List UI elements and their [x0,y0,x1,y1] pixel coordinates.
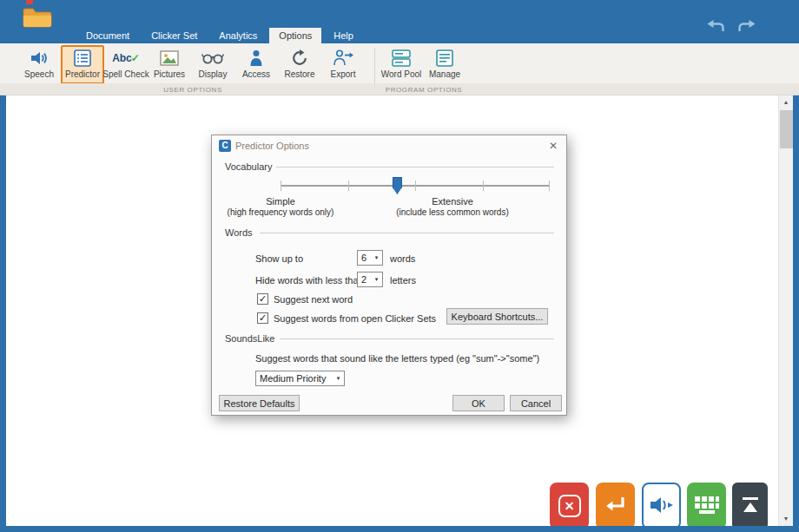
tab-help[interactable]: Help [324,28,363,43]
hide-words-select[interactable]: 2 ▾ [357,272,383,287]
dialog-title: Predictor Options [235,141,309,151]
show-up-to-suffix: words [390,253,415,264]
ribbon-button-pictures[interactable]: Pictures [148,45,191,84]
slider-tick [281,181,281,191]
slider-left-note: (high frequency words only) [215,207,346,217]
ribbon-button-label: Pictures [154,69,185,79]
show-up-to-select[interactable]: 6 ▾ [357,250,383,266]
return-button[interactable] [596,483,635,526]
scroll-up-button[interactable]: ▲ [779,95,793,109]
ribbon: Speech Predictor Abc✓ Spell Check [0,43,799,95]
vocabulary-slider[interactable] [281,176,550,197]
ribbon-button-export[interactable]: Export [321,45,365,84]
collapse-toolbar-button[interactable] [730,481,769,526]
ribbon-button-label: Predictor [65,69,100,79]
ribbon-button-label: Display [199,69,228,79]
slider-tick [415,181,416,191]
tab-document[interactable]: Document [76,28,139,43]
ribbon-button-label: Spell Check [102,69,149,79]
export-person-icon [333,47,353,69]
chevron-down-icon: ▾ [371,276,382,283]
spell-check-icon: Abc✓ [112,47,140,69]
undo-icon [706,19,727,36]
show-up-to-value: 6 [361,253,366,263]
program-options-group: Word Pool Manage [380,45,466,84]
ribbon-button-label: Word Pool [381,69,422,79]
vocabulary-section-label: Vocabulary [225,161,272,172]
keyboard-shortcuts-button[interactable]: Keyboard Shortcuts... [446,308,548,325]
scrollbar-thumb[interactable] [780,110,793,148]
person-icon [249,47,263,69]
show-up-to-label: Show up to [255,253,303,264]
check-icon: ✓ [259,312,267,323]
undo-button[interactable] [705,19,728,36]
speaker-arrow-icon [649,495,675,517]
restore-defaults-button[interactable]: Restore Defaults [219,395,300,411]
suggest-from-sets-label: Suggest words from open Clicker Sets [274,313,436,324]
word-pool-icon [392,47,411,69]
words-section-label: Words [225,227,253,238]
slider-tick [348,181,349,191]
history-buttons [705,19,757,36]
ribbon-button-restore[interactable]: Restore [278,45,321,84]
return-arrow-icon [604,494,628,518]
ok-button[interactable]: OK [452,395,505,411]
ribbon-button-spell-check[interactable]: Abc✓ Spell Check [104,45,148,84]
document-area[interactable]: C Predictor Options ✕ Vocabulary Simple … [6,95,793,526]
tab-analytics[interactable]: Analytics [209,28,267,43]
app-window: Document Clicker Set Analytics Options H… [0,0,799,532]
soundslike-section-label: SoundsLike [225,333,275,344]
hide-words-suffix: letters [390,275,416,286]
tab-options[interactable]: Options [269,28,321,43]
file-menu-button[interactable] [23,5,52,28]
section-divider [276,167,554,167]
program-options-group-label: PROGRAM OPTIONS [379,86,469,94]
ribbon-button-word-pool[interactable]: Word Pool [380,45,423,84]
ribbon-button-label: Export [331,69,356,79]
suggest-next-word-checkbox[interactable]: ✓ [257,293,268,305]
glasses-icon [201,47,224,69]
folder-icon [23,19,52,30]
cancel-button[interactable]: Cancel [510,395,562,411]
slider-left-label: Simple [246,196,315,207]
scroll-down-button[interactable]: ▼ [779,512,793,526]
x-icon: ✕ [558,495,581,517]
picture-icon [160,47,179,69]
tab-clicker-set[interactable]: Clicker Set [142,28,207,43]
ribbon-group-strip: USER OPTIONS PROGRAM OPTIONS [0,83,799,95]
soundslike-description: Suggest words that sound like the letter… [255,353,539,364]
ribbon-button-display[interactable]: Display [191,45,234,84]
ribbon-button-label: Speech [24,69,54,79]
ribbon-button-predictor[interactable]: Predictor [61,45,104,84]
slider-tick [483,181,484,191]
suggest-from-sets-checkbox[interactable]: ✓ [257,312,268,324]
ribbon-button-label: Manage [429,69,460,79]
vocabulary-slider-thumb[interactable] [393,177,402,194]
slider-right-label: Extensive [418,196,487,207]
collapse-icon [740,496,761,516]
redo-button[interactable] [735,19,757,36]
ribbon-button-speech[interactable]: Speech [17,45,61,84]
user-options-group-label: USER OPTIONS [17,86,368,94]
menu-tab-bar: Document Clicker Set Analytics Options H… [76,28,363,43]
ribbon-button-access[interactable]: Access [234,45,278,84]
soundslike-priority-value: Medium Priority [260,373,326,384]
speak-button[interactable] [642,483,681,526]
check-icon: ✓ [259,293,267,304]
chevron-down-icon: ▾ [371,254,382,261]
ribbon-button-manage[interactable]: Manage [423,45,466,84]
chevron-down-icon: ▾ [333,375,344,382]
delete-button[interactable]: ✕ [550,483,589,526]
restore-arrow-icon [291,47,308,69]
predictor-list-icon [74,47,91,69]
section-divider [280,338,554,339]
soundslike-priority-select[interactable]: Medium Priority ▾ [255,371,345,386]
hide-words-value: 2 [361,274,366,285]
manage-list-icon [436,47,453,69]
vertical-scrollbar[interactable]: ▲ ▼ [778,95,793,526]
dialog-app-icon: C [219,140,231,152]
dialog-close-button[interactable]: ✕ [549,140,558,152]
window-accent [26,0,33,4]
keyboard-button[interactable] [687,483,726,526]
slider-tick [549,181,550,191]
